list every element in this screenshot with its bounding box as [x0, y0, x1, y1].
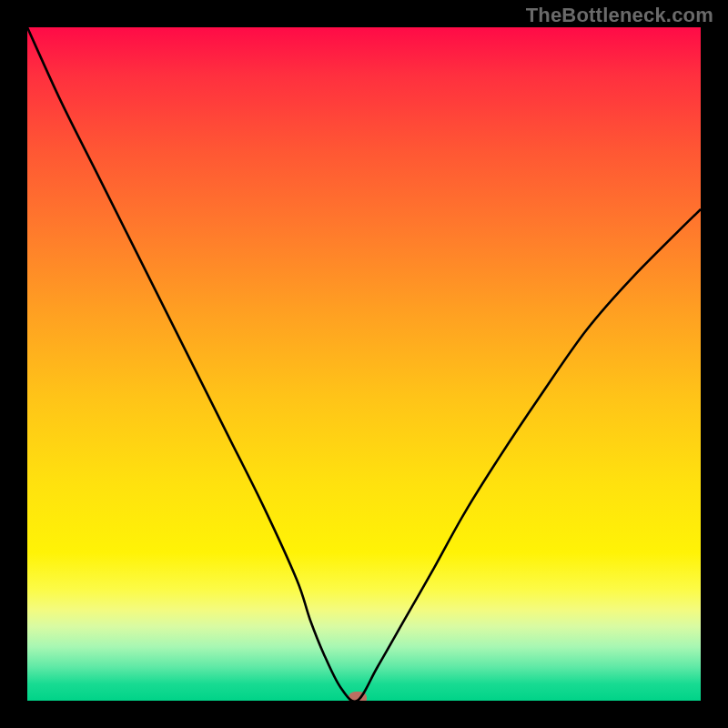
watermark-text: TheBottleneck.com [526, 4, 713, 27]
bottleneck-curve [27, 27, 701, 701]
curve-path [27, 27, 701, 701]
chart-frame: TheBottleneck.com [0, 0, 728, 728]
plot-area [27, 27, 701, 701]
